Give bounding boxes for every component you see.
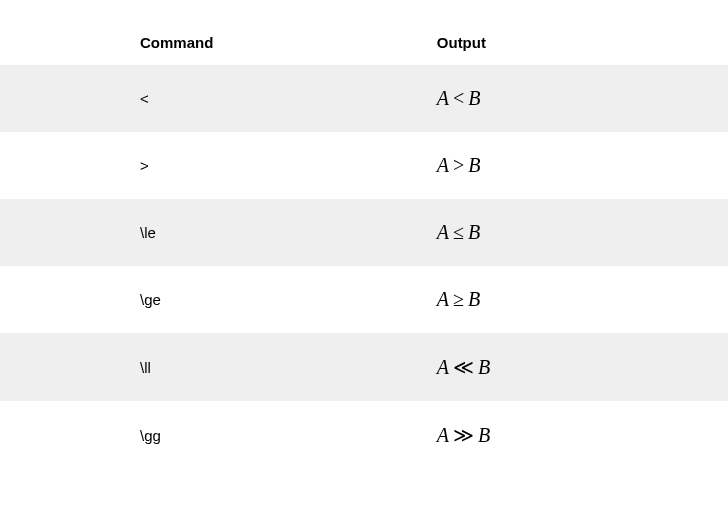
math-operator: > bbox=[449, 154, 468, 176]
header-command: Command bbox=[0, 20, 437, 65]
output-cell: A<B bbox=[437, 65, 728, 132]
command-cell: \le bbox=[0, 199, 437, 266]
output-cell: A≪B bbox=[437, 333, 728, 401]
math-var-b: B bbox=[468, 221, 480, 243]
table-row: \gg A≫B bbox=[0, 401, 728, 469]
math-var-b: B bbox=[468, 288, 480, 310]
math-operator: ≤ bbox=[449, 221, 468, 243]
command-cell: \ge bbox=[0, 266, 437, 333]
math-var-a: A bbox=[437, 87, 449, 109]
math-var-a: A bbox=[437, 424, 449, 446]
latex-command-table: Command Output < A<B > A>B \le A≤B \ge A… bbox=[0, 20, 728, 469]
table-body: < A<B > A>B \le A≤B \ge A≥B \ll A≪B \gg … bbox=[0, 65, 728, 469]
math-var-b: B bbox=[468, 87, 480, 109]
math-operator: ≪ bbox=[449, 356, 478, 378]
math-var-b: B bbox=[478, 356, 490, 378]
math-var-a: A bbox=[437, 154, 449, 176]
table-row: > A>B bbox=[0, 132, 728, 199]
output-cell: A>B bbox=[437, 132, 728, 199]
math-operator: < bbox=[449, 87, 468, 109]
command-cell: < bbox=[0, 65, 437, 132]
output-cell: A≫B bbox=[437, 401, 728, 469]
command-cell: \ll bbox=[0, 333, 437, 401]
math-operator: ≥ bbox=[449, 288, 468, 310]
math-operator: ≫ bbox=[449, 424, 478, 446]
output-cell: A≥B bbox=[437, 266, 728, 333]
latex-command-table-container: Command Output < A<B > A>B \le A≤B \ge A… bbox=[0, 0, 728, 469]
header-output: Output bbox=[437, 20, 728, 65]
table-row: \ge A≥B bbox=[0, 266, 728, 333]
math-var-a: A bbox=[437, 288, 449, 310]
command-cell: > bbox=[0, 132, 437, 199]
output-cell: A≤B bbox=[437, 199, 728, 266]
table-header-row: Command Output bbox=[0, 20, 728, 65]
math-var-b: B bbox=[478, 424, 490, 446]
math-var-a: A bbox=[437, 356, 449, 378]
math-var-a: A bbox=[437, 221, 449, 243]
table-row: \le A≤B bbox=[0, 199, 728, 266]
table-row: < A<B bbox=[0, 65, 728, 132]
math-var-b: B bbox=[468, 154, 480, 176]
table-row: \ll A≪B bbox=[0, 333, 728, 401]
command-cell: \gg bbox=[0, 401, 437, 469]
